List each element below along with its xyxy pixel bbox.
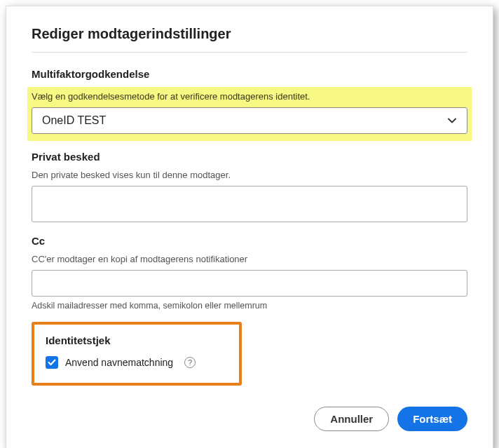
private-message-input[interactable] — [32, 186, 467, 222]
mfa-method-select[interactable]: OneID TEST — [32, 107, 467, 134]
name-matching-row: Anvend navnematchning ? — [46, 356, 228, 369]
dialog-title: Rediger modtagerindstillinger — [32, 26, 467, 42]
private-message-helper: Den private besked vises kun til denne m… — [32, 170, 467, 180]
check-icon — [48, 359, 56, 366]
continue-button[interactable]: Fortsæt — [397, 407, 467, 431]
private-message-heading: Privat besked — [32, 151, 467, 163]
chevron-down-icon — [447, 116, 457, 125]
cancel-button[interactable]: Annuller — [314, 407, 389, 431]
help-icon[interactable]: ? — [184, 357, 196, 368]
cc-hint: Adskil mailadresser med komma, semikolon… — [32, 301, 467, 311]
edit-recipient-settings-dialog: Rediger modtagerindstillinger Multifakto… — [6, 6, 493, 448]
dialog-buttons: Annuller Fortsæt — [32, 407, 467, 431]
identity-heading: Identitetstjek — [46, 334, 228, 346]
mfa-helper: Vælg en godkendelsesmetode for at verifi… — [32, 91, 467, 102]
cc-section: Cc CC'er modtager en kopi af modtagerens… — [32, 235, 467, 311]
mfa-section: Multifaktorgodkendelse Vælg en godkendel… — [32, 68, 467, 141]
mfa-selected-value: OneID TEST — [42, 114, 447, 127]
identity-check-section: Identitetstjek Anvend navnematchning ? — [32, 322, 242, 386]
name-matching-label: Anvend navnematchning — [65, 357, 173, 368]
cc-helper: CC'er modtager en kopi af modtagerens no… — [32, 254, 467, 264]
mfa-heading: Multifaktorgodkendelse — [32, 68, 467, 80]
name-matching-checkbox[interactable] — [46, 356, 58, 369]
divider — [32, 52, 467, 53]
cc-heading: Cc — [32, 235, 467, 247]
cc-input[interactable] — [32, 270, 467, 297]
mfa-highlight: Vælg en godkendelsesmetode for at verifi… — [27, 87, 472, 141]
private-message-section: Privat besked Den private besked vises k… — [32, 151, 467, 225]
